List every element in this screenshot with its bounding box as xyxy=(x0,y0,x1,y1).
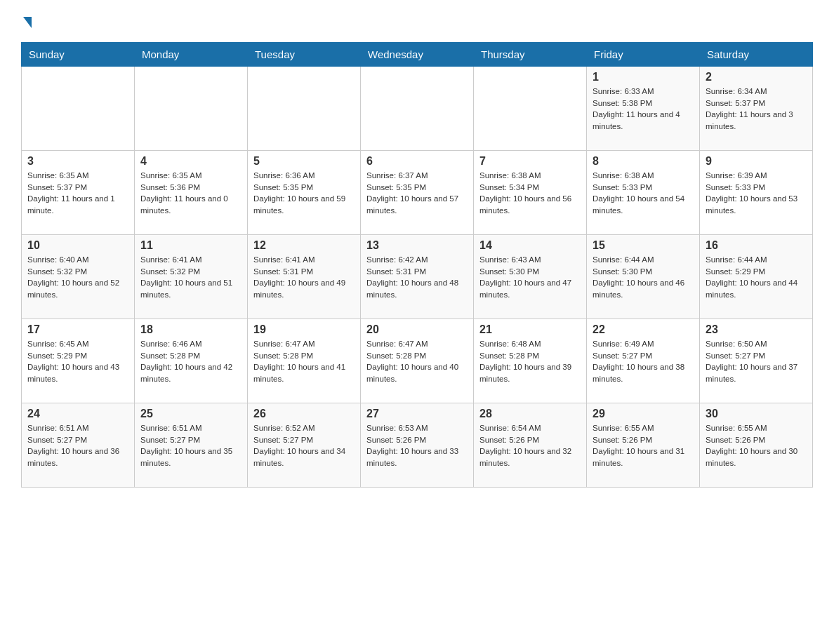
calendar-cell: 19Sunrise: 6:47 AM Sunset: 5:28 PM Dayli… xyxy=(248,319,361,403)
calendar-cell xyxy=(22,67,135,151)
day-number: 14 xyxy=(479,239,581,252)
calendar-cell: 24Sunrise: 6:51 AM Sunset: 5:27 PM Dayli… xyxy=(22,403,135,488)
day-number: 30 xyxy=(706,408,807,420)
calendar-cell: 29Sunrise: 6:55 AM Sunset: 5:26 PM Dayli… xyxy=(587,403,700,488)
calendar-cell: 28Sunrise: 6:54 AM Sunset: 5:26 PM Dayli… xyxy=(474,403,587,488)
day-info: Sunrise: 6:36 AM Sunset: 5:35 PM Dayligh… xyxy=(253,170,355,217)
calendar-cell: 9Sunrise: 6:39 AM Sunset: 5:33 PM Daylig… xyxy=(700,151,813,235)
page-header xyxy=(21,14,813,28)
calendar-cell: 14Sunrise: 6:43 AM Sunset: 5:30 PM Dayli… xyxy=(474,235,587,319)
day-number: 26 xyxy=(253,408,355,420)
day-info: Sunrise: 6:43 AM Sunset: 5:30 PM Dayligh… xyxy=(479,254,581,301)
day-info: Sunrise: 6:46 AM Sunset: 5:28 PM Dayligh… xyxy=(140,338,241,385)
day-info: Sunrise: 6:41 AM Sunset: 5:31 PM Dayligh… xyxy=(253,254,355,301)
calendar-cell xyxy=(135,67,248,151)
calendar-week-row: 10Sunrise: 6:40 AM Sunset: 5:32 PM Dayli… xyxy=(22,235,813,319)
calendar-cell: 8Sunrise: 6:38 AM Sunset: 5:33 PM Daylig… xyxy=(587,151,700,235)
day-number: 6 xyxy=(366,155,468,168)
calendar-cell: 22Sunrise: 6:49 AM Sunset: 5:27 PM Dayli… xyxy=(587,319,700,403)
calendar-cell: 10Sunrise: 6:40 AM Sunset: 5:32 PM Dayli… xyxy=(22,235,135,319)
day-number: 17 xyxy=(27,323,128,336)
calendar-cell: 6Sunrise: 6:37 AM Sunset: 5:35 PM Daylig… xyxy=(361,151,474,235)
day-number: 11 xyxy=(140,239,241,252)
day-number: 19 xyxy=(253,323,355,336)
day-number: 4 xyxy=(140,155,241,168)
weekday-header-monday: Monday xyxy=(135,43,248,67)
calendar-week-row: 24Sunrise: 6:51 AM Sunset: 5:27 PM Dayli… xyxy=(22,403,813,488)
day-info: Sunrise: 6:42 AM Sunset: 5:31 PM Dayligh… xyxy=(366,254,468,301)
day-number: 29 xyxy=(593,408,694,420)
day-number: 2 xyxy=(706,71,807,83)
day-info: Sunrise: 6:53 AM Sunset: 5:26 PM Dayligh… xyxy=(366,422,468,469)
weekday-header-wednesday: Wednesday xyxy=(361,43,474,67)
day-info: Sunrise: 6:45 AM Sunset: 5:29 PM Dayligh… xyxy=(27,338,128,385)
day-number: 27 xyxy=(366,408,468,420)
calendar-cell: 16Sunrise: 6:44 AM Sunset: 5:29 PM Dayli… xyxy=(700,235,813,319)
day-info: Sunrise: 6:55 AM Sunset: 5:26 PM Dayligh… xyxy=(593,422,694,469)
calendar-week-row: 1Sunrise: 6:33 AM Sunset: 5:38 PM Daylig… xyxy=(22,67,813,151)
day-info: Sunrise: 6:33 AM Sunset: 5:38 PM Dayligh… xyxy=(593,86,694,133)
day-number: 9 xyxy=(706,155,807,168)
day-info: Sunrise: 6:35 AM Sunset: 5:37 PM Dayligh… xyxy=(27,170,128,217)
calendar-cell: 5Sunrise: 6:36 AM Sunset: 5:35 PM Daylig… xyxy=(248,151,361,235)
day-info: Sunrise: 6:35 AM Sunset: 5:36 PM Dayligh… xyxy=(140,170,241,217)
day-number: 13 xyxy=(366,239,468,252)
day-info: Sunrise: 6:47 AM Sunset: 5:28 PM Dayligh… xyxy=(253,338,355,385)
day-info: Sunrise: 6:40 AM Sunset: 5:32 PM Dayligh… xyxy=(27,254,128,301)
weekday-header-friday: Friday xyxy=(587,43,700,67)
calendar-cell: 20Sunrise: 6:47 AM Sunset: 5:28 PM Dayli… xyxy=(361,319,474,403)
day-number: 21 xyxy=(479,323,581,336)
day-number: 7 xyxy=(479,155,581,168)
calendar-cell: 7Sunrise: 6:38 AM Sunset: 5:34 PM Daylig… xyxy=(474,151,587,235)
logo xyxy=(21,14,32,28)
weekday-header-thursday: Thursday xyxy=(474,43,587,67)
day-number: 1 xyxy=(593,71,694,83)
day-info: Sunrise: 6:44 AM Sunset: 5:30 PM Dayligh… xyxy=(593,254,694,301)
day-info: Sunrise: 6:47 AM Sunset: 5:28 PM Dayligh… xyxy=(366,338,468,385)
day-number: 22 xyxy=(593,323,694,336)
day-number: 28 xyxy=(479,408,581,420)
calendar-cell: 11Sunrise: 6:41 AM Sunset: 5:32 PM Dayli… xyxy=(135,235,248,319)
calendar-cell: 2Sunrise: 6:34 AM Sunset: 5:37 PM Daylig… xyxy=(700,67,813,151)
day-number: 24 xyxy=(27,408,128,420)
day-info: Sunrise: 6:50 AM Sunset: 5:27 PM Dayligh… xyxy=(706,338,807,385)
day-number: 5 xyxy=(253,155,355,168)
day-info: Sunrise: 6:48 AM Sunset: 5:28 PM Dayligh… xyxy=(479,338,581,385)
weekday-header-row: SundayMondayTuesdayWednesdayThursdayFrid… xyxy=(22,43,813,67)
day-number: 20 xyxy=(366,323,468,336)
calendar-cell: 3Sunrise: 6:35 AM Sunset: 5:37 PM Daylig… xyxy=(22,151,135,235)
weekday-header-saturday: Saturday xyxy=(700,43,813,67)
calendar-cell: 1Sunrise: 6:33 AM Sunset: 5:38 PM Daylig… xyxy=(587,67,700,151)
day-info: Sunrise: 6:55 AM Sunset: 5:26 PM Dayligh… xyxy=(706,422,807,469)
calendar-cell: 25Sunrise: 6:51 AM Sunset: 5:27 PM Dayli… xyxy=(135,403,248,488)
calendar-cell xyxy=(248,67,361,151)
day-number: 3 xyxy=(27,155,128,168)
calendar-cell: 17Sunrise: 6:45 AM Sunset: 5:29 PM Dayli… xyxy=(22,319,135,403)
calendar-cell xyxy=(474,67,587,151)
logo-arrow-icon xyxy=(23,17,32,28)
calendar-cell xyxy=(361,67,474,151)
calendar-cell: 12Sunrise: 6:41 AM Sunset: 5:31 PM Dayli… xyxy=(248,235,361,319)
day-info: Sunrise: 6:54 AM Sunset: 5:26 PM Dayligh… xyxy=(479,422,581,469)
day-info: Sunrise: 6:51 AM Sunset: 5:27 PM Dayligh… xyxy=(27,422,128,469)
calendar-cell: 21Sunrise: 6:48 AM Sunset: 5:28 PM Dayli… xyxy=(474,319,587,403)
calendar-cell: 18Sunrise: 6:46 AM Sunset: 5:28 PM Dayli… xyxy=(135,319,248,403)
day-number: 15 xyxy=(593,239,694,252)
day-info: Sunrise: 6:37 AM Sunset: 5:35 PM Dayligh… xyxy=(366,170,468,217)
day-info: Sunrise: 6:38 AM Sunset: 5:33 PM Dayligh… xyxy=(593,170,694,217)
calendar-cell: 13Sunrise: 6:42 AM Sunset: 5:31 PM Dayli… xyxy=(361,235,474,319)
calendar-cell: 26Sunrise: 6:52 AM Sunset: 5:27 PM Dayli… xyxy=(248,403,361,488)
day-info: Sunrise: 6:41 AM Sunset: 5:32 PM Dayligh… xyxy=(140,254,241,301)
day-info: Sunrise: 6:52 AM Sunset: 5:27 PM Dayligh… xyxy=(253,422,355,469)
day-info: Sunrise: 6:44 AM Sunset: 5:29 PM Dayligh… xyxy=(706,254,807,301)
day-number: 10 xyxy=(27,239,128,252)
day-number: 16 xyxy=(706,239,807,252)
day-number: 12 xyxy=(253,239,355,252)
day-info: Sunrise: 6:49 AM Sunset: 5:27 PM Dayligh… xyxy=(593,338,694,385)
calendar-cell: 15Sunrise: 6:44 AM Sunset: 5:30 PM Dayli… xyxy=(587,235,700,319)
calendar-cell: 30Sunrise: 6:55 AM Sunset: 5:26 PM Dayli… xyxy=(700,403,813,488)
calendar-cell: 23Sunrise: 6:50 AM Sunset: 5:27 PM Dayli… xyxy=(700,319,813,403)
weekday-header-tuesday: Tuesday xyxy=(248,43,361,67)
day-number: 8 xyxy=(593,155,694,168)
calendar-week-row: 3Sunrise: 6:35 AM Sunset: 5:37 PM Daylig… xyxy=(22,151,813,235)
